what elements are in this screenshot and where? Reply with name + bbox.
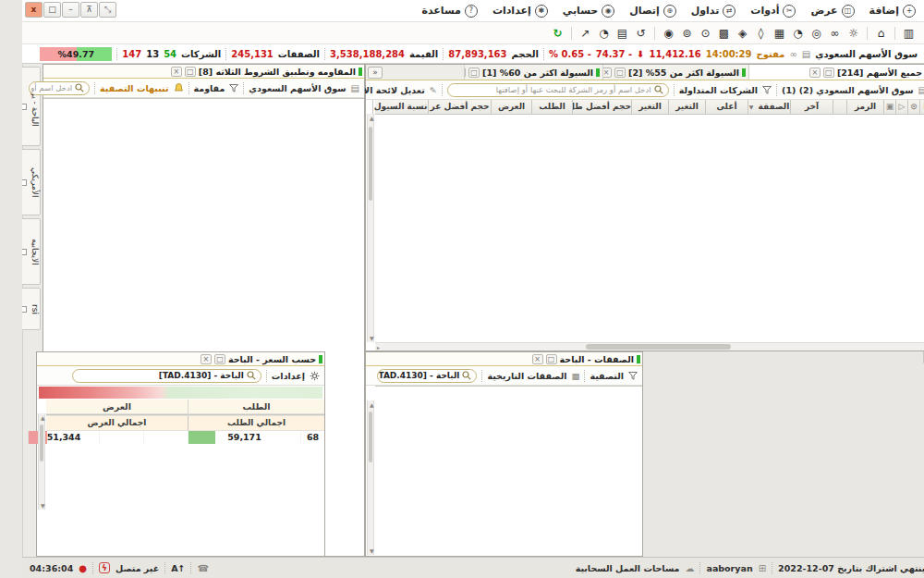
- menu-tools[interactable]: ✂أدوات: [721, 0, 781, 21]
- column-header[interactable]: نسبة السيول: [350, 100, 406, 114]
- menu-settings[interactable]: ✱إعدادات: [463, 0, 533, 21]
- watch-tab-2[interactable]: السيولة اكثر من 55% [2]□×: [580, 65, 726, 80]
- column-header[interactable]: [810, 100, 824, 114]
- column-header[interactable]: الصفقة ▼: [725, 100, 768, 114]
- radar-icon[interactable]: ◎: [785, 25, 803, 41]
- watch-search-input[interactable]: ادخل اسم أو رمز الشركة للبحث عنها أو إصا…: [425, 83, 647, 97]
- trades-search-input[interactable]: الباحة - [4130.TAD]: [355, 369, 455, 383]
- icon-column-header[interactable]: ▷: [873, 100, 885, 114]
- globe-icon[interactable]: ⊚: [656, 25, 674, 41]
- column-header[interactable]: حجم أفضل عر: [406, 100, 468, 114]
- calculator-icon[interactable]: ▩: [693, 25, 711, 41]
- historical-trades-button[interactable]: الصفقات التاريخية: [465, 371, 544, 381]
- timer-icon[interactable]: ◔: [767, 25, 784, 41]
- watch-tab-3[interactable]: السيولة اكثر من 60% [1]□×: [442, 65, 580, 80]
- icon-column-header[interactable]: ⊙: [885, 100, 897, 114]
- restore-icon[interactable]: □: [524, 354, 535, 364]
- collapse-tabs-button[interactable]: «: [346, 67, 360, 79]
- board-icon[interactable]: ▤: [780, 49, 788, 59]
- history-icon[interactable]: ↺: [610, 25, 627, 41]
- spreadsheet-icon[interactable]: ▦: [748, 25, 766, 41]
- restore-icon[interactable]: [0, 179, 5, 186]
- restore-icon[interactable]: □: [163, 67, 174, 77]
- menu-view[interactable]: ◫عرض: [781, 0, 839, 21]
- menu-help[interactable]: ?مساعدة: [392, 0, 463, 21]
- watch-tab-1[interactable]: جميع الأسهم [214]□×: [726, 65, 909, 80]
- portfolio-icon[interactable]: ⌂: [850, 25, 868, 41]
- dock-tab-3[interactable]: الايجابيه: [0, 218, 18, 285]
- column-header[interactable]: العرض: [468, 100, 509, 114]
- username[interactable]: aaboryan: [684, 563, 730, 573]
- restore-icon[interactable]: [0, 104, 5, 110]
- book-settings-button[interactable]: إعدادات: [249, 371, 283, 381]
- dock-tab-2[interactable]: الأمريكي: [0, 149, 18, 215]
- trades-filter-button[interactable]: التصفية: [567, 371, 602, 381]
- restore-icon[interactable]: □: [592, 68, 603, 78]
- resistance-filter[interactable]: مقاومة: [172, 83, 203, 93]
- idea-icon[interactable]: ☼: [822, 25, 840, 41]
- trades-title-bar[interactable]: الصفقات - الباحة □ ×: [344, 352, 620, 366]
- drag-handle[interactable]: ⋮⋮: [899, 29, 914, 38]
- column-header[interactable]: الرمز: [824, 100, 861, 114]
- close-icon[interactable]: ×: [442, 68, 444, 78]
- resize-icon[interactable]: ⤡: [77, 2, 94, 18]
- binoculars-icon[interactable]: ∞: [804, 25, 821, 41]
- liquidity-icon[interactable]: ◊: [730, 25, 748, 41]
- column-header[interactable]: التغير: [646, 100, 683, 114]
- chart-window-icon[interactable]: ▥: [878, 25, 895, 41]
- font-size-toggle[interactable]: ↑tAA: [149, 563, 163, 573]
- resistance-title-bar[interactable]: المقاومه وتطبيق الشروط الثلاثه [8] □ ×: [21, 65, 342, 79]
- column-header[interactable]: آخر: [768, 100, 810, 114]
- menu-add-window[interactable]: +إضافة: [840, 0, 901, 21]
- book-vertical-scrollbar[interactable]: ▲ ▼: [16, 413, 23, 510]
- restore-icon[interactable]: □: [192, 354, 203, 364]
- restore-icon[interactable]: [0, 306, 5, 313]
- target-icon[interactable]: ⊙: [675, 25, 692, 41]
- refresh-icon[interactable]: ↻: [527, 25, 544, 41]
- drag-handle[interactable]: ⋮⋮: [903, 49, 918, 58]
- maximize-icon[interactable]: □: [21, 2, 39, 18]
- restore-icon[interactable]: □: [446, 68, 457, 78]
- restore-icon[interactable]: □: [801, 68, 812, 78]
- column-header[interactable]: الطلب: [509, 100, 550, 114]
- dock-tab-4[interactable]: rsi: [0, 288, 18, 330]
- close-icon[interactable]: ×: [510, 354, 521, 364]
- blocks-icon[interactable]: ◈: [711, 25, 729, 41]
- menu-account[interactable]: ◉حسابي: [533, 0, 601, 21]
- column-header[interactable]: التغير: [609, 100, 646, 114]
- list-icon[interactable]: ▤: [896, 85, 905, 95]
- collapse-icon[interactable]: ⊼: [58, 2, 76, 18]
- book-search-input[interactable]: الباحة - [4130.TAD]: [50, 369, 239, 383]
- list-icon[interactable]: ▤: [329, 83, 337, 93]
- watch-list-name[interactable]: سوق الأسهم السعودي (2) (1): [760, 85, 891, 95]
- dock-tab-1[interactable]: الباحة - يوم: [0, 67, 18, 146]
- book-title-bar[interactable]: حسب السعر - الباحة □ ×: [15, 352, 302, 366]
- column-header[interactable]: أعلى: [683, 100, 725, 114]
- column-header[interactable]: حجم أفضل طل: [550, 100, 609, 114]
- minimize-icon[interactable]: –: [40, 2, 57, 18]
- menu-connection[interactable]: ⊕إتصال: [600, 0, 661, 21]
- resistance-list-name[interactable]: سوق الأسهم السعودي: [226, 83, 323, 93]
- trades-vertical-scrollbar[interactable]: ▲ ▼: [345, 400, 352, 555]
- close-icon[interactable]: x: [3, 2, 20, 18]
- trend-icon[interactable]: ↗: [554, 25, 572, 41]
- filter-alerts-button[interactable]: تنبيهات التصفية: [78, 83, 146, 93]
- cloud-workspaces[interactable]: مساحات العمل السحابية: [553, 563, 658, 573]
- watch-horizontal-scrollbar[interactable]: ◂▸: [353, 342, 908, 350]
- phone-icon[interactable]: ☎: [175, 563, 186, 573]
- close-icon[interactable]: ×: [149, 67, 160, 77]
- new-window-icon[interactable]: ▤: [591, 25, 609, 41]
- gauge-icon[interactable]: ◔: [573, 25, 590, 41]
- traded-companies-filter[interactable]: الشركات المتداولة: [657, 85, 736, 95]
- link-icon[interactable]: ∞: [767, 49, 774, 59]
- close-icon[interactable]: ×: [178, 354, 189, 364]
- close-icon[interactable]: ×: [580, 68, 590, 78]
- close-icon[interactable]: ×: [787, 68, 798, 78]
- resistance-search-input[interactable]: ادخل اسم أو رمز الشركة للبحث عنها أو إصا…: [6, 81, 67, 95]
- menu-trade[interactable]: ⇄تداول: [662, 0, 722, 21]
- scanner-icon[interactable]: ◉: [638, 25, 655, 41]
- icon-column-header[interactable]: ⚐: [897, 100, 909, 114]
- watch-vertical-scrollbar[interactable]: ▲ ▼: [345, 114, 352, 342]
- icon-column-header[interactable]: ▣: [861, 100, 873, 114]
- restore-icon[interactable]: [0, 249, 5, 255]
